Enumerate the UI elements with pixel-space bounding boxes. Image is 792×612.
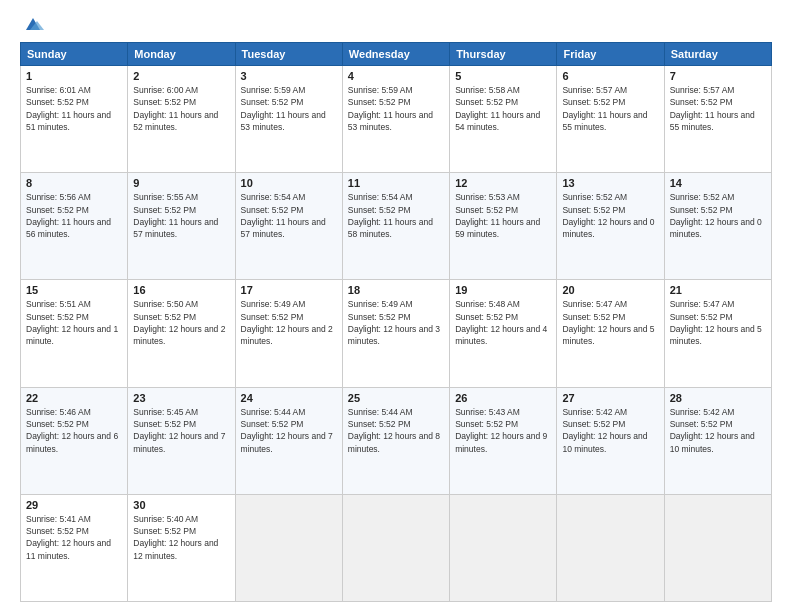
- calendar-cell: 14Sunrise: 5:52 AMSunset: 5:52 PMDayligh…: [664, 173, 771, 280]
- calendar-cell: 22Sunrise: 5:46 AMSunset: 5:52 PMDayligh…: [21, 387, 128, 494]
- calendar-cell: 19Sunrise: 5:48 AMSunset: 5:52 PMDayligh…: [450, 280, 557, 387]
- day-number: 1: [26, 70, 122, 82]
- day-info: Sunrise: 5:43 AMSunset: 5:52 PMDaylight:…: [455, 407, 547, 454]
- calendar-cell: 26Sunrise: 5:43 AMSunset: 5:52 PMDayligh…: [450, 387, 557, 494]
- day-info: Sunrise: 5:59 AMSunset: 5:52 PMDaylight:…: [241, 85, 326, 132]
- day-number: 8: [26, 177, 122, 189]
- day-info: Sunrise: 6:00 AMSunset: 5:52 PMDaylight:…: [133, 85, 218, 132]
- day-info: Sunrise: 6:01 AMSunset: 5:52 PMDaylight:…: [26, 85, 111, 132]
- day-info: Sunrise: 5:47 AMSunset: 5:52 PMDaylight:…: [562, 299, 654, 346]
- day-number: 14: [670, 177, 766, 189]
- calendar-cell: 13Sunrise: 5:52 AMSunset: 5:52 PMDayligh…: [557, 173, 664, 280]
- calendar-cell: 10Sunrise: 5:54 AMSunset: 5:52 PMDayligh…: [235, 173, 342, 280]
- calendar-cell: 12Sunrise: 5:53 AMSunset: 5:52 PMDayligh…: [450, 173, 557, 280]
- day-info: Sunrise: 5:41 AMSunset: 5:52 PMDaylight:…: [26, 514, 111, 561]
- day-info: Sunrise: 5:45 AMSunset: 5:52 PMDaylight:…: [133, 407, 225, 454]
- logo-icon: [22, 16, 44, 34]
- day-info: Sunrise: 5:51 AMSunset: 5:52 PMDaylight:…: [26, 299, 118, 346]
- calendar-cell: 17Sunrise: 5:49 AMSunset: 5:52 PMDayligh…: [235, 280, 342, 387]
- calendar-cell: [557, 494, 664, 601]
- calendar-cell: 28Sunrise: 5:42 AMSunset: 5:52 PMDayligh…: [664, 387, 771, 494]
- calendar-cell: 20Sunrise: 5:47 AMSunset: 5:52 PMDayligh…: [557, 280, 664, 387]
- logo-area: [20, 16, 44, 34]
- calendar-cell: [342, 494, 449, 601]
- calendar-cell: 23Sunrise: 5:45 AMSunset: 5:52 PMDayligh…: [128, 387, 235, 494]
- day-number: 24: [241, 392, 337, 404]
- calendar-cell: [235, 494, 342, 601]
- day-info: Sunrise: 5:46 AMSunset: 5:52 PMDaylight:…: [26, 407, 118, 454]
- calendar-cell: 21Sunrise: 5:47 AMSunset: 5:52 PMDayligh…: [664, 280, 771, 387]
- header: [20, 16, 772, 34]
- header-cell-friday: Friday: [557, 43, 664, 66]
- calendar-row-5: 29Sunrise: 5:41 AMSunset: 5:52 PMDayligh…: [21, 494, 772, 601]
- calendar-cell: 29Sunrise: 5:41 AMSunset: 5:52 PMDayligh…: [21, 494, 128, 601]
- header-cell-thursday: Thursday: [450, 43, 557, 66]
- calendar-cell: 18Sunrise: 5:49 AMSunset: 5:52 PMDayligh…: [342, 280, 449, 387]
- day-info: Sunrise: 5:54 AMSunset: 5:52 PMDaylight:…: [348, 192, 433, 239]
- calendar-cell: 4Sunrise: 5:59 AMSunset: 5:52 PMDaylight…: [342, 66, 449, 173]
- calendar-cell: 11Sunrise: 5:54 AMSunset: 5:52 PMDayligh…: [342, 173, 449, 280]
- day-number: 9: [133, 177, 229, 189]
- header-cell-sunday: Sunday: [21, 43, 128, 66]
- calendar-row-3: 15Sunrise: 5:51 AMSunset: 5:52 PMDayligh…: [21, 280, 772, 387]
- day-info: Sunrise: 5:42 AMSunset: 5:52 PMDaylight:…: [670, 407, 755, 454]
- day-number: 23: [133, 392, 229, 404]
- calendar-cell: 27Sunrise: 5:42 AMSunset: 5:52 PMDayligh…: [557, 387, 664, 494]
- day-info: Sunrise: 5:52 AMSunset: 5:52 PMDaylight:…: [670, 192, 762, 239]
- calendar-row-2: 8Sunrise: 5:56 AMSunset: 5:52 PMDaylight…: [21, 173, 772, 280]
- day-number: 3: [241, 70, 337, 82]
- day-number: 12: [455, 177, 551, 189]
- day-info: Sunrise: 5:53 AMSunset: 5:52 PMDaylight:…: [455, 192, 540, 239]
- day-info: Sunrise: 5:57 AMSunset: 5:52 PMDaylight:…: [562, 85, 647, 132]
- header-cell-wednesday: Wednesday: [342, 43, 449, 66]
- day-number: 18: [348, 284, 444, 296]
- day-info: Sunrise: 5:56 AMSunset: 5:52 PMDaylight:…: [26, 192, 111, 239]
- calendar-cell: 25Sunrise: 5:44 AMSunset: 5:52 PMDayligh…: [342, 387, 449, 494]
- calendar-cell: 6Sunrise: 5:57 AMSunset: 5:52 PMDaylight…: [557, 66, 664, 173]
- day-number: 29: [26, 499, 122, 511]
- calendar-row-4: 22Sunrise: 5:46 AMSunset: 5:52 PMDayligh…: [21, 387, 772, 494]
- day-info: Sunrise: 5:52 AMSunset: 5:52 PMDaylight:…: [562, 192, 654, 239]
- day-info: Sunrise: 5:59 AMSunset: 5:52 PMDaylight:…: [348, 85, 433, 132]
- day-number: 22: [26, 392, 122, 404]
- day-info: Sunrise: 5:57 AMSunset: 5:52 PMDaylight:…: [670, 85, 755, 132]
- calendar-cell: 1Sunrise: 6:01 AMSunset: 5:52 PMDaylight…: [21, 66, 128, 173]
- day-number: 15: [26, 284, 122, 296]
- day-number: 7: [670, 70, 766, 82]
- day-number: 21: [670, 284, 766, 296]
- day-number: 13: [562, 177, 658, 189]
- day-number: 28: [670, 392, 766, 404]
- header-cell-tuesday: Tuesday: [235, 43, 342, 66]
- calendar-cell: 9Sunrise: 5:55 AMSunset: 5:52 PMDaylight…: [128, 173, 235, 280]
- calendar-cell: 30Sunrise: 5:40 AMSunset: 5:52 PMDayligh…: [128, 494, 235, 601]
- day-number: 25: [348, 392, 444, 404]
- calendar-cell: 24Sunrise: 5:44 AMSunset: 5:52 PMDayligh…: [235, 387, 342, 494]
- day-number: 16: [133, 284, 229, 296]
- day-number: 2: [133, 70, 229, 82]
- calendar-cell: [664, 494, 771, 601]
- calendar-cell: 16Sunrise: 5:50 AMSunset: 5:52 PMDayligh…: [128, 280, 235, 387]
- day-number: 17: [241, 284, 337, 296]
- calendar-page: SundayMondayTuesdayWednesdayThursdayFrid…: [0, 0, 792, 612]
- calendar-cell: 7Sunrise: 5:57 AMSunset: 5:52 PMDaylight…: [664, 66, 771, 173]
- day-number: 6: [562, 70, 658, 82]
- header-row: SundayMondayTuesdayWednesdayThursdayFrid…: [21, 43, 772, 66]
- day-number: 4: [348, 70, 444, 82]
- calendar-body: 1Sunrise: 6:01 AMSunset: 5:52 PMDaylight…: [21, 66, 772, 602]
- day-number: 20: [562, 284, 658, 296]
- logo: [20, 16, 44, 34]
- day-info: Sunrise: 5:54 AMSunset: 5:52 PMDaylight:…: [241, 192, 326, 239]
- day-info: Sunrise: 5:42 AMSunset: 5:52 PMDaylight:…: [562, 407, 647, 454]
- header-cell-monday: Monday: [128, 43, 235, 66]
- day-info: Sunrise: 5:48 AMSunset: 5:52 PMDaylight:…: [455, 299, 547, 346]
- calendar-cell: [450, 494, 557, 601]
- day-info: Sunrise: 5:49 AMSunset: 5:52 PMDaylight:…: [348, 299, 440, 346]
- calendar-cell: 2Sunrise: 6:00 AMSunset: 5:52 PMDaylight…: [128, 66, 235, 173]
- day-info: Sunrise: 5:49 AMSunset: 5:52 PMDaylight:…: [241, 299, 333, 346]
- calendar-cell: 3Sunrise: 5:59 AMSunset: 5:52 PMDaylight…: [235, 66, 342, 173]
- calendar-cell: 5Sunrise: 5:58 AMSunset: 5:52 PMDaylight…: [450, 66, 557, 173]
- day-number: 26: [455, 392, 551, 404]
- day-info: Sunrise: 5:47 AMSunset: 5:52 PMDaylight:…: [670, 299, 762, 346]
- header-cell-saturday: Saturday: [664, 43, 771, 66]
- day-info: Sunrise: 5:55 AMSunset: 5:52 PMDaylight:…: [133, 192, 218, 239]
